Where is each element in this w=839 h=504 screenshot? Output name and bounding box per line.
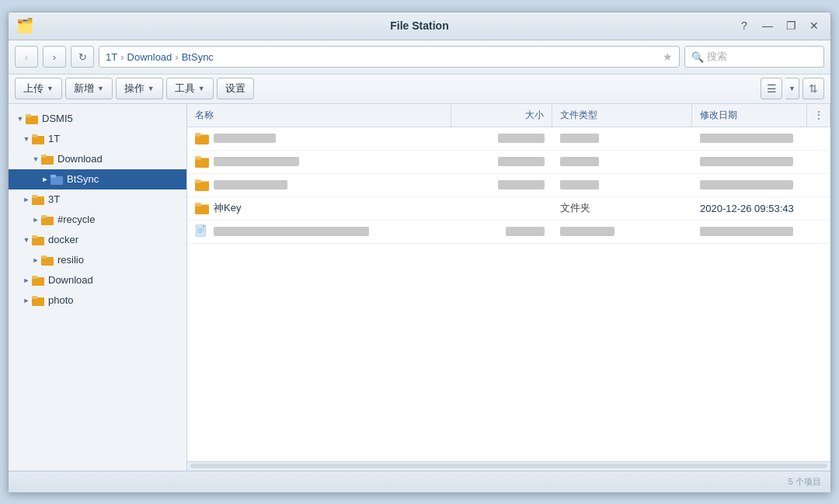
- folder-icon-download: [41, 153, 54, 165]
- sidebar-label-download: Download: [57, 153, 103, 165]
- breadcrumb-sep-1: ›: [120, 51, 124, 63]
- sidebar-item-dsmi5[interactable]: ▼ DSMI5: [9, 109, 186, 129]
- blurred-type-2: [560, 157, 599, 166]
- forward-button[interactable]: ›: [43, 46, 66, 68]
- filetype-shenkey: 文件夹: [560, 201, 590, 215]
- cell-date-3: [692, 174, 830, 196]
- action-arrow-icon: ▼: [148, 85, 155, 92]
- minimize-button[interactable]: —: [759, 17, 776, 34]
- table-row[interactable]: [187, 127, 830, 151]
- file-rows: 神Key 文件夹 2020-12-26 09:53:43: [187, 127, 830, 461]
- toggle-docker: ▼: [21, 235, 32, 245]
- refresh-button[interactable]: ↻: [71, 46, 94, 68]
- cell-type-5: [552, 221, 692, 243]
- folder-icon-1t: [32, 133, 44, 145]
- folder-icon-row1: [195, 131, 209, 145]
- search-bar[interactable]: 🔍 搜索: [684, 46, 824, 68]
- sidebar-label-resilio: resilio: [57, 254, 84, 266]
- svg-rect-27: [195, 203, 201, 207]
- help-button[interactable]: ?: [736, 17, 753, 34]
- star-icon[interactable]: ★: [663, 50, 673, 63]
- blurred-size-2: [498, 157, 545, 166]
- sort-icon: ⇅: [809, 82, 818, 95]
- breadcrumb[interactable]: 1T › Download › BtSync ★: [99, 46, 680, 68]
- breadcrumb-part-download: Download: [127, 51, 172, 63]
- horizontal-scrollbar[interactable]: [187, 461, 830, 471]
- col-header-menu[interactable]: ⋮: [807, 104, 830, 127]
- tools-button[interactable]: 工具 ▼: [166, 78, 214, 99]
- new-button[interactable]: 新增 ▼: [65, 78, 113, 99]
- upload-button[interactable]: 上传 ▼: [15, 78, 62, 99]
- blurred-date-3: [700, 180, 793, 189]
- sidebar-item-download2[interactable]: ► Download: [9, 270, 186, 290]
- col-header-size[interactable]: 大小: [451, 104, 552, 127]
- restore-button[interactable]: ❐: [782, 17, 799, 34]
- sidebar-item-btsync[interactable]: ► BtSync: [9, 169, 186, 189]
- cell-type-4: 文件夹: [552, 197, 692, 220]
- sidebar-item-recycle[interactable]: ► #recycle: [9, 210, 186, 230]
- blurred-size-3: [498, 180, 545, 189]
- col-header-date[interactable]: 修改日期: [692, 104, 807, 127]
- sidebar-item-3t[interactable]: ► 3T: [9, 189, 186, 210]
- cell-date-1: [692, 127, 830, 150]
- settings-button[interactable]: 设置: [217, 78, 254, 99]
- cell-name-4: 神Key: [187, 197, 451, 220]
- scrollbar-track: [190, 464, 827, 468]
- svg-rect-25: [195, 179, 201, 183]
- cell-date-4: 2020-12-26 09:53:43: [692, 197, 830, 220]
- view-dropdown-button[interactable]: ▼: [785, 78, 799, 99]
- cell-type-2: [552, 151, 692, 173]
- sidebar-item-photo[interactable]: ► photo: [9, 290, 186, 311]
- col-header-name[interactable]: 名称: [187, 104, 451, 127]
- new-label: 新增: [74, 82, 94, 96]
- sidebar-item-resilio[interactable]: ► resilio: [9, 250, 186, 270]
- table-row[interactable]: 神Key 文件夹 2020-12-26 09:53:43: [187, 197, 830, 221]
- window-title: File Station: [390, 19, 448, 32]
- blurred-size-5: [506, 227, 545, 236]
- sidebar-item-docker[interactable]: ▼ docker: [9, 230, 186, 250]
- table-row[interactable]: [187, 221, 830, 244]
- back-button[interactable]: ‹: [15, 46, 38, 68]
- svg-rect-17: [32, 276, 37, 279]
- sidebar-item-download[interactable]: ▼ Download: [9, 149, 186, 169]
- file-station-window: 🗂️ File Station ? — ❐ ✕ ‹ › ↻ 1T › Downl…: [8, 12, 831, 493]
- search-icon: 🔍: [691, 51, 704, 63]
- col-header-type[interactable]: 文件类型: [552, 104, 692, 127]
- back-icon: ‹: [25, 51, 28, 63]
- list-view-button[interactable]: ☰: [761, 78, 782, 99]
- svg-rect-21: [195, 133, 201, 137]
- new-arrow-icon: ▼: [97, 85, 104, 92]
- file-icon-row5: [195, 224, 209, 238]
- sidebar-label-3t: 3T: [48, 193, 60, 205]
- sort-button[interactable]: ⇅: [802, 78, 824, 99]
- sidebar-item-1t[interactable]: ▼ 1T: [9, 129, 186, 149]
- titlebar: 🗂️ File Station ? — ❐ ✕: [9, 12, 830, 40]
- action-button[interactable]: 操作 ▼: [116, 78, 163, 99]
- breadcrumb-part-btsync: BtSync: [182, 51, 214, 63]
- toggle-download2: ►: [21, 275, 32, 286]
- blurred-size-1: [498, 134, 545, 143]
- items-count: 5 个项目: [789, 476, 821, 488]
- view-dropdown-icon: ▼: [789, 85, 795, 92]
- cell-date-2: [692, 151, 830, 173]
- cell-size-3: [451, 174, 552, 196]
- sidebar-label-btsync: BtSync: [67, 173, 99, 185]
- sidebar: ▼ DSMI5 ▼ 1T ▼: [9, 104, 187, 471]
- cell-size-2: [451, 151, 552, 173]
- blurred-date-5: [700, 227, 793, 236]
- folder-icon-dsmi5: [26, 113, 38, 125]
- folder-icon-row2: [195, 155, 209, 169]
- cell-date-5: [692, 221, 830, 243]
- svg-rect-11: [41, 215, 47, 218]
- table-row[interactable]: [187, 174, 830, 197]
- refresh-icon: ↻: [78, 51, 87, 63]
- table-row[interactable]: [187, 151, 830, 174]
- close-button[interactable]: ✕: [806, 17, 823, 34]
- blurred-name-1: [214, 134, 276, 143]
- blurred-date-1: [700, 134, 793, 143]
- file-list: 名称 大小 文件类型 修改日期 ⋮: [187, 104, 830, 471]
- column-menu-icon: ⋮: [814, 109, 823, 120]
- navigation-toolbar: ‹ › ↻ 1T › Download › BtSync ★ 🔍 搜索: [9, 40, 830, 75]
- settings-label: 设置: [225, 82, 245, 96]
- cell-size-1: [451, 127, 552, 150]
